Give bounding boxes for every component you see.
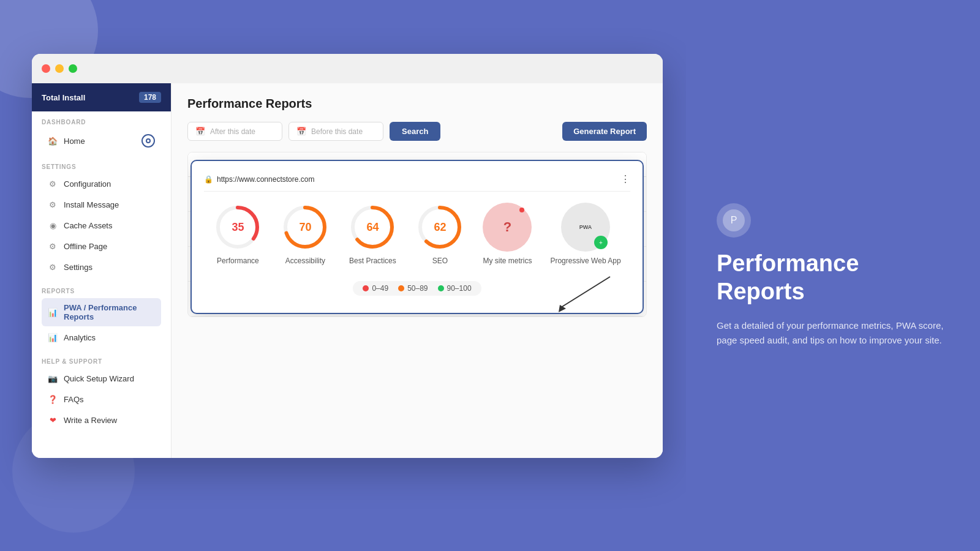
donut-seo: 62 bbox=[415, 203, 464, 252]
site-metrics-dot bbox=[519, 208, 524, 212]
sidebar-item-home[interactable]: 🏠 Home bbox=[42, 129, 161, 152]
analytics-label: Analytics bbox=[64, 333, 96, 342]
donut-best-practices: 64 bbox=[348, 203, 397, 252]
legend-dot-red bbox=[363, 285, 369, 291]
popup-url: 🔒 https://www.connectstore.com bbox=[204, 175, 314, 184]
cache-assets-label: Cache Assets bbox=[64, 221, 113, 230]
url-text: https://www.connectstore.com bbox=[217, 175, 314, 184]
metric-performance: 35 Performance bbox=[213, 203, 262, 266]
rp-title: Performance Reports bbox=[717, 250, 949, 305]
legend-label-green: 90–100 bbox=[447, 284, 472, 293]
circle-indicator bbox=[141, 134, 155, 148]
sidebar-item-quick-setup[interactable]: 📷 Quick Setup Wizard bbox=[42, 369, 161, 388]
minimize-button[interactable] bbox=[55, 64, 64, 73]
before-date-input[interactable]: 📅 Before this date bbox=[288, 122, 383, 141]
legend-label-orange: 50–89 bbox=[407, 284, 428, 293]
rp-icon-symbol: P bbox=[731, 215, 737, 226]
calendar-before-icon: 📅 bbox=[296, 127, 306, 136]
install-message-label: Install Message bbox=[64, 200, 119, 209]
sidebar-item-settings[interactable]: ⚙ Settings bbox=[42, 257, 161, 277]
donut-accessibility: 70 bbox=[281, 203, 330, 252]
pwa-label-inner: PWA bbox=[579, 224, 592, 230]
configuration-icon: ⚙ bbox=[48, 179, 58, 189]
help-section-label: HELP & SUPPORT bbox=[42, 358, 161, 365]
metric-label-pwa: Progressive Web App bbox=[550, 257, 620, 266]
rp-icon-wrap: P bbox=[717, 203, 751, 238]
before-date-placeholder: Before this date bbox=[311, 127, 363, 136]
settings-section-label: SETTINGS bbox=[42, 163, 161, 170]
rp-icon-inner: P bbox=[723, 209, 745, 231]
sidebar-section-settings: SETTINGS ⚙ Configuration ⚙ Install Messa… bbox=[32, 156, 171, 280]
circle-indicator-inner bbox=[146, 138, 151, 143]
legend-item-green: 90–100 bbox=[438, 284, 472, 293]
total-install-badge: 178 bbox=[139, 92, 161, 103]
sidebar-section-reports: REPORTS 📊 PWA / Performance Reports 📊 An… bbox=[32, 280, 171, 351]
page-title: Performance Reports bbox=[187, 97, 647, 111]
donut-value-best-practices: 64 bbox=[366, 221, 379, 234]
install-message-icon: ⚙ bbox=[48, 200, 58, 209]
donut-value-seo: 62 bbox=[434, 221, 446, 234]
legend-container: 0–49 50–89 90–100 bbox=[353, 281, 481, 296]
metric-best-practices: 64 Best Practices bbox=[348, 203, 397, 266]
write-review-label: Write a Review bbox=[64, 416, 117, 425]
close-button[interactable] bbox=[42, 64, 50, 73]
metric-label-seo: SEO bbox=[432, 257, 448, 266]
svg-line-8 bbox=[561, 277, 610, 307]
configuration-label: Configuration bbox=[64, 179, 111, 189]
metric-seo: 62 SEO bbox=[415, 203, 464, 266]
reports-section-label: REPORTS bbox=[42, 288, 161, 294]
donut-value-accessibility: 70 bbox=[299, 221, 311, 234]
metric-label-performance: Performance bbox=[217, 257, 259, 266]
donut-performance: 35 bbox=[213, 203, 262, 252]
more-options-icon[interactable]: ⋮ bbox=[620, 173, 630, 185]
browser-titlebar bbox=[32, 54, 663, 83]
sidebar-header: Total Install 178 bbox=[32, 83, 171, 111]
metric-accessibility: 70 Accessibility bbox=[281, 203, 330, 266]
metric-label-accessibility: Accessibility bbox=[285, 257, 325, 266]
sidebar-section-dashboard: DASHBOARD 🏠 Home bbox=[32, 111, 171, 156]
legend-dot-green bbox=[438, 285, 444, 291]
offline-page-icon: ⚙ bbox=[48, 241, 58, 251]
legend-label-red: 0–49 bbox=[372, 284, 388, 293]
pwa-reports-label: PWA / Performance Reports bbox=[64, 303, 155, 321]
quick-setup-icon: 📷 bbox=[48, 373, 58, 383]
metric-site-metrics: ? My site metrics bbox=[483, 203, 532, 266]
pwa-reports-icon: 📊 bbox=[48, 307, 58, 317]
settings-label: Settings bbox=[64, 263, 92, 272]
analytics-icon: 📊 bbox=[48, 332, 58, 342]
sidebar-home-label: Home bbox=[64, 137, 85, 146]
filter-bar: 📅 After this date 📅 Before this date Sea… bbox=[187, 122, 647, 141]
metric-label-site-metrics: My site metrics bbox=[483, 257, 532, 266]
metrics-row: 35 Performance 70 bbox=[204, 203, 630, 266]
after-date-placeholder: After this date bbox=[210, 127, 255, 136]
quick-setup-label: Quick Setup Wizard bbox=[64, 374, 134, 383]
right-panel: P Performance Reports Get a detailed of … bbox=[686, 0, 980, 551]
maximize-button[interactable] bbox=[69, 64, 77, 73]
donut-value-performance: 35 bbox=[232, 221, 244, 234]
sidebar-item-install-message[interactable]: ⚙ Install Message bbox=[42, 195, 161, 214]
pwa-badge: + bbox=[594, 236, 608, 249]
site-metrics-question: ? bbox=[503, 219, 511, 235]
generate-report-button[interactable]: Generate Report bbox=[562, 122, 647, 141]
popup-url-bar: 🔒 https://www.connectstore.com ⋮ bbox=[204, 173, 630, 192]
heart-icon: ❤ bbox=[48, 415, 58, 425]
browser-window: Total Install 178 DASHBOARD 🏠 Home SETTI… bbox=[32, 54, 663, 458]
search-button[interactable]: Search bbox=[390, 122, 440, 141]
settings-icon: ⚙ bbox=[48, 262, 58, 272]
after-date-input[interactable]: 📅 After this date bbox=[187, 122, 282, 141]
pwa-icon-wrap: PWA + bbox=[561, 203, 610, 252]
site-metrics-circle: ? bbox=[483, 203, 532, 252]
sidebar-item-offline-page[interactable]: ⚙ Offline Page bbox=[42, 236, 161, 256]
sidebar-item-pwa-reports[interactable]: 📊 PWA / Performance Reports bbox=[42, 298, 161, 326]
sidebar-item-configuration[interactable]: ⚙ Configuration bbox=[42, 174, 161, 193]
sidebar-item-analytics[interactable]: 📊 Analytics bbox=[42, 328, 161, 347]
sidebar-item-faqs[interactable]: ❓ FAQs bbox=[42, 389, 161, 409]
offline-page-label: Offline Page bbox=[64, 242, 107, 251]
sidebar-item-cache-assets[interactable]: ◉ Cache Assets bbox=[42, 216, 161, 235]
calendar-after-icon: 📅 bbox=[195, 127, 205, 136]
sidebar-item-write-review[interactable]: ❤ Write a Review bbox=[42, 410, 161, 430]
secure-icon: 🔒 bbox=[204, 175, 213, 184]
rp-description: Get a detailed of your performance metri… bbox=[717, 318, 949, 348]
sidebar-section-help: HELP & SUPPORT 📷 Quick Setup Wizard ❓ FA… bbox=[32, 351, 171, 433]
faqs-icon: ❓ bbox=[48, 394, 58, 404]
